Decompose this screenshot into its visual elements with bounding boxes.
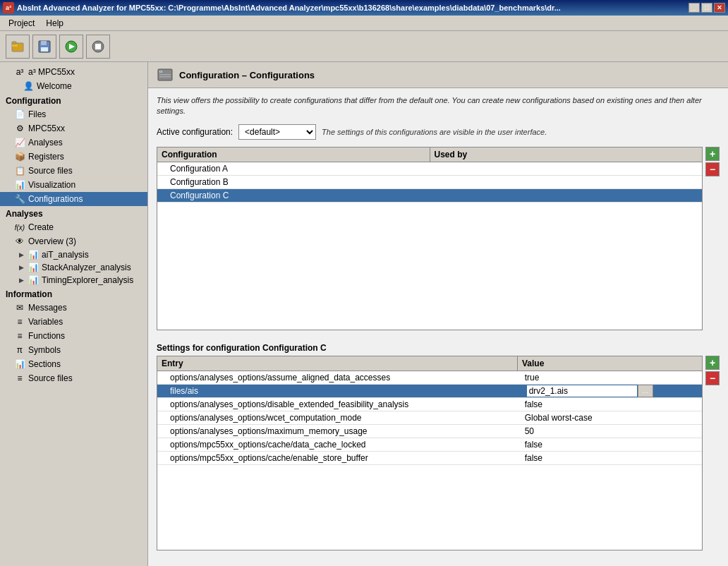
content-area: Configuration – Configurations This view…: [148, 62, 728, 566]
timing-label: TimingExplorer_analysis: [42, 275, 133, 285]
config-remove-button[interactable]: −: [705, 162, 720, 176]
messages-label: Messages: [28, 303, 67, 313]
minimize-button[interactable]: _: [688, 3, 700, 13]
stack-label: StackAnalyzer_analysis: [42, 263, 131, 272]
sidebar-item-stack[interactable]: ▶ 📊 StackAnalyzer_analysis: [0, 261, 147, 274]
value-col-header: Value: [518, 356, 702, 371]
stop-button[interactable]: [86, 35, 110, 59]
config-table-header: Configuration Used by: [157, 147, 702, 162]
config-row-a-usedby: [327, 162, 702, 175]
settings-row-5-value: false: [521, 438, 702, 451]
settings-row-0[interactable]: options/analyses_options/assume_aligned_…: [157, 371, 702, 385]
sidebar-item-overview[interactable]: 👁 Overview (3): [0, 234, 147, 248]
ait-icon: 📊: [28, 250, 39, 260]
content-body: This view offers the possibility to crea…: [148, 88, 728, 566]
settings-row-3[interactable]: options/analyses_options/wcet_computatio…: [157, 411, 702, 425]
settings-row-1-entry: files/ais: [157, 385, 526, 397]
sidebar-item-source-files-info[interactable]: ≡ Source files: [0, 371, 147, 385]
active-config-row: Active configuration: <default> Configur…: [157, 124, 720, 140]
sidebar-item-configurations[interactable]: 🔧 Configurations: [0, 192, 147, 206]
settings-row-4-entry: options/analyses_options/maximum_memory_…: [157, 425, 521, 438]
mpc-icon: ⚙: [14, 123, 25, 134]
svg-rect-9: [95, 44, 101, 49]
settings-table-header: Entry Value: [157, 356, 702, 371]
settings-row-0-value: true: [521, 371, 702, 384]
config-table-container: Configuration Used by Configuration A Co…: [157, 147, 720, 336]
settings-row-1-value: …: [526, 385, 702, 397]
save-button[interactable]: [32, 35, 56, 59]
settings-row-4[interactable]: options/analyses_options/maximum_memory_…: [157, 425, 702, 438]
svg-rect-13: [159, 76, 171, 78]
config-row-b-label: Configuration B: [157, 176, 327, 188]
sidebar-item-ait[interactable]: ▶ 📊 aiT_analysis: [0, 248, 147, 261]
settings-row-2[interactable]: options/analyses_options/disable_extende…: [157, 398, 702, 411]
toolbar: [0, 31, 728, 62]
content-title: Configuration – Configurations: [179, 70, 315, 80]
sidebar-item-analyses[interactable]: 📈 Analyses: [0, 136, 147, 150]
timing-arrow-icon: ▶: [17, 276, 25, 284]
title-text: AbsInt Advanced Analyzer for MPC55xx: C:…: [17, 4, 688, 12]
config-row-c[interactable]: Configuration C: [157, 189, 702, 203]
sidebar-item-welcome[interactable]: 👤 Welcome: [0, 79, 147, 93]
settings-row-6[interactable]: options/mpc55xx_options/cache/enable_sto…: [157, 452, 702, 465]
svg-rect-5: [41, 47, 48, 52]
variables-label: Variables: [28, 317, 63, 327]
sidebar-item-files[interactable]: 📄 Files: [0, 107, 147, 121]
config-add-button[interactable]: +: [705, 147, 720, 161]
settings-row-5-entry: options/mpc55xx_options/cache/data_cache…: [157, 438, 521, 451]
sidebar-item-sections[interactable]: 📊 Sections: [0, 357, 147, 371]
settings-row-3-entry: options/analyses_options/wcet_computatio…: [157, 411, 521, 424]
usedby-col-header: Used by: [430, 147, 703, 162]
sections-icon: 📊: [14, 359, 25, 370]
content-header-icon: [157, 66, 174, 83]
open-button[interactable]: [6, 35, 30, 59]
content-header: Configuration – Configurations: [148, 62, 728, 88]
config-row-c-label: Configuration C: [157, 189, 327, 202]
stack-arrow-icon: ▶: [17, 263, 25, 272]
config-row-b-usedby: [327, 176, 702, 188]
welcome-icon: 👤: [23, 80, 34, 92]
sidebar-item-mpc55xx[interactable]: ⚙ MPC55xx: [0, 121, 147, 136]
sidebar-item-symbols[interactable]: π Symbols: [0, 343, 147, 357]
settings-row-2-entry: options/analyses_options/disable_extende…: [157, 398, 521, 411]
settings-remove-button[interactable]: −: [705, 371, 720, 385]
settings-add-button[interactable]: +: [705, 356, 720, 370]
visualization-label: Visualization: [28, 180, 75, 190]
settings-row-5[interactable]: options/mpc55xx_options/cache/data_cache…: [157, 438, 702, 452]
browse-button[interactable]: …: [638, 385, 653, 397]
value-input[interactable]: [526, 385, 638, 397]
analyses-icon: 📈: [14, 137, 25, 148]
files-icon: 📄: [14, 109, 25, 120]
sidebar-item-visualization[interactable]: 📊 Visualization: [0, 178, 147, 192]
sidebar-root[interactable]: a³ a³ MPC55xx: [0, 65, 147, 79]
menu-help[interactable]: Help: [40, 17, 69, 30]
close-button[interactable]: ✕: [714, 3, 725, 13]
analyses-section-header: Analyses: [0, 206, 147, 220]
overview-icon: 👁: [14, 236, 25, 247]
active-config-note: The settings of this configurations are …: [322, 128, 547, 136]
settings-label: Settings for configuration Configuration…: [157, 343, 720, 353]
config-row-b[interactable]: Configuration B: [157, 176, 702, 189]
sidebar-item-variables[interactable]: ≡ Variables: [0, 315, 147, 329]
information-section-header: Information: [0, 287, 147, 301]
stack-icon: 📊: [28, 263, 39, 272]
sidebar-item-create[interactable]: f(x) Create: [0, 220, 147, 234]
menu-project[interactable]: Project: [3, 17, 40, 30]
active-config-select[interactable]: <default> Configuration A Configuration …: [238, 124, 316, 140]
mpc-label: MPC55xx: [28, 124, 65, 133]
play-button[interactable]: [59, 35, 83, 59]
overview-label: Overview (3): [28, 236, 76, 246]
window-controls[interactable]: _ □ ✕: [688, 3, 725, 13]
config-row-c-usedby: [327, 189, 702, 202]
settings-row-1[interactable]: files/ais …: [157, 385, 702, 398]
maximize-button[interactable]: □: [701, 3, 712, 13]
sidebar-item-messages[interactable]: ✉ Messages: [0, 301, 147, 315]
sidebar-item-registers[interactable]: 📦 Registers: [0, 150, 147, 164]
sidebar-item-timing[interactable]: ▶ 📊 TimingExplorer_analysis: [0, 274, 147, 287]
sidebar-item-functions[interactable]: ≡ Functions: [0, 329, 147, 343]
config-row-a-label: Configuration A: [157, 162, 327, 175]
sidebar-item-source-files[interactable]: 📋 Source files: [0, 164, 147, 178]
config-row-a[interactable]: Configuration A: [157, 162, 702, 176]
root-icon: a³: [14, 66, 25, 78]
analyses-label: Analyses: [28, 138, 63, 147]
